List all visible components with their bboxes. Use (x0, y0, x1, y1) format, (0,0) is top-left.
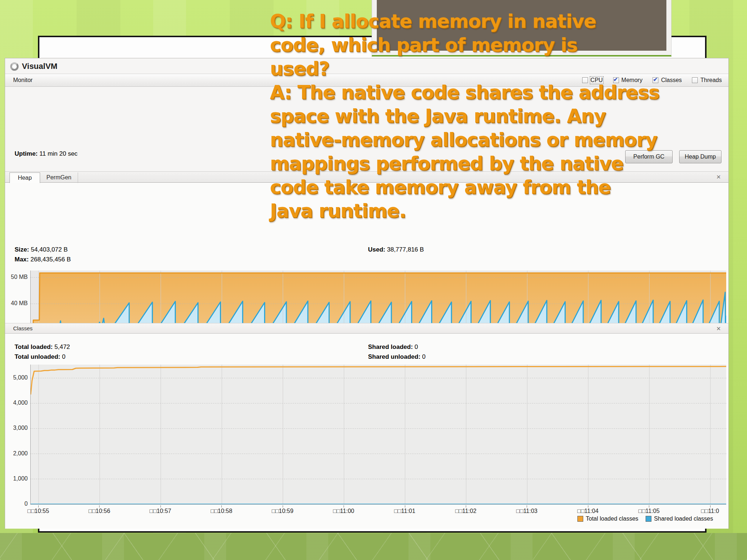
shared-loaded-value: 0 (415, 343, 418, 350)
heap-max-stat: Max: 268,435,456 B (15, 256, 71, 263)
window-title: VisualVM (22, 62, 57, 71)
overlay-text-line: code take memory away from the (270, 175, 678, 199)
y-axis-tick-label: 1,000 (13, 475, 28, 482)
x-axis-tick-label: □□11:03 (501, 508, 552, 514)
x-axis-tick-label: □□10:56 (74, 508, 125, 514)
y-axis-tick-label: 4,000 (13, 400, 28, 406)
heap-dump-button[interactable]: Heap Dump (679, 150, 721, 163)
uptime-value: 11 min 20 sec (39, 150, 78, 157)
legend-label: Total loaded classes (586, 516, 638, 522)
slide: VisualVM Monitor CPU✔Memory✔ClassesThrea… (0, 0, 747, 560)
heap-max-value: 268,435,456 B (30, 256, 71, 263)
total-loaded-label: Total loaded: (15, 343, 53, 350)
total-unloaded-stat: Total unloaded: 0 (15, 353, 66, 361)
checkbox-unchecked-icon[interactable] (692, 77, 698, 83)
y-axis-tick-label: 3,000 (13, 425, 28, 431)
visualvm-logo-icon (10, 62, 19, 71)
overlay-text-line: A: The native code shares the address (270, 81, 678, 104)
shared-loaded-label: Shared loaded: (368, 343, 413, 350)
heap-size-value: 54,403,072 B (31, 246, 67, 253)
checkbox-threads[interactable]: Threads (692, 77, 722, 83)
y-axis-tick-label: 2,000 (13, 450, 28, 457)
overlay-text-line: Java runtime. (270, 199, 678, 223)
x-axis-tick-label: □□11:01 (379, 508, 430, 514)
slide-bottom-band (0, 533, 747, 560)
x-axis-tick-label: □□11:00 (318, 508, 369, 514)
y-axis-tick-label: 40 MB (11, 300, 28, 307)
checkbox-label[interactable]: Threads (700, 77, 722, 83)
shared-unloaded-stat: Shared unloaded: 0 (368, 353, 426, 361)
classes-panel-title: Classes (13, 323, 32, 333)
x-axis-tick (405, 505, 405, 508)
heap-used-stat: Used: 38,777,816 B (368, 246, 424, 253)
x-axis-tick (160, 505, 161, 508)
x-axis-tick (649, 505, 649, 508)
total-unloaded-value: 0 (62, 353, 65, 360)
x-axis-tick-label: □□11:02 (440, 508, 491, 514)
x-axis-tick (99, 505, 100, 508)
x-axis-tick-label: □□11:04 (562, 508, 614, 514)
overlay-text-line: used? (270, 57, 678, 81)
total-loaded-value: 5,472 (54, 343, 70, 350)
close-icon[interactable]: × (715, 325, 723, 333)
window-title-row: VisualVM (10, 61, 57, 72)
tab-permgen[interactable]: PermGen (40, 172, 78, 183)
shared-unloaded-value: 0 (422, 353, 425, 360)
total-loaded-stat: Total loaded: 5,472 (15, 343, 70, 351)
overlay-text-line: code, which part of memory is (270, 33, 678, 57)
x-axis-tick (527, 505, 527, 508)
classes-header: Classes × (5, 323, 728, 334)
x-axis-tick (221, 505, 222, 508)
overlay-text-line: Q: If I allocate memory in native (270, 9, 678, 33)
tab-heap[interactable]: Heap (9, 172, 40, 183)
classes-legend: Total loaded classesShared loaded classe… (577, 516, 713, 522)
y-axis-tick-label: 0 (24, 501, 28, 507)
overlay-text-line: mappings performed by the native (270, 152, 678, 175)
x-axis-tick (466, 505, 466, 508)
uptime-row: Uptime: 11 min 20 sec (15, 150, 78, 158)
classes-x-axis-labels: □□10:55□□10:56□□10:57□□10:58□□10:59□□11:… (30, 505, 726, 515)
classes-panel: Classes × Total loaded: 5,472 Total unlo… (5, 323, 728, 529)
total-unloaded-label: Total unloaded: (15, 353, 60, 360)
x-axis-tick-label: □□11:0 (685, 508, 736, 514)
y-axis-tick-label: 50 MB (11, 274, 28, 280)
heap-size-stat: Size: 54,403,072 B (15, 246, 68, 253)
legend-item: Total loaded classes (577, 516, 638, 522)
heap-size-label: Size: (15, 246, 29, 253)
heap-used-label: Used: (368, 246, 385, 253)
shared-unloaded-label: Shared unloaded: (368, 353, 421, 360)
y-axis-tick-label: 5,000 (13, 374, 28, 381)
x-axis-tick-label: □□10:59 (257, 508, 308, 514)
x-axis-tick-label: □□11:05 (623, 508, 674, 514)
legend-item: Shared loaded classes (646, 516, 713, 522)
shared-loaded-stat: Shared loaded: 0 (368, 343, 418, 351)
overlay-text-line: native-memory allocations or memory (270, 128, 678, 152)
qa-overlay-text: Q: If I allocate memory in nativecode, w… (270, 9, 678, 223)
x-axis-tick-label: □□10:58 (196, 508, 247, 514)
x-axis-tick (710, 505, 711, 508)
uptime-label: Uptime: (15, 150, 38, 157)
tab-monitor[interactable]: Monitor (13, 77, 32, 83)
classes-chart (30, 365, 726, 505)
heap-used-value: 38,777,816 B (387, 246, 424, 253)
legend-swatch-icon (577, 516, 583, 522)
x-axis-tick (38, 505, 39, 508)
x-axis-tick-label: □□10:55 (13, 508, 64, 514)
close-icon[interactable]: × (715, 173, 723, 181)
x-axis-tick (588, 505, 588, 508)
heap-max-label: Max: (15, 256, 29, 263)
classes-y-axis-labels: 01,0002,0003,0004,0005,000 (5, 365, 28, 504)
x-axis-tick (344, 505, 344, 508)
x-axis-tick-label: □□10:57 (135, 508, 186, 514)
legend-label: Shared loaded classes (654, 516, 713, 522)
legend-swatch-icon (646, 516, 651, 522)
x-axis-tick (283, 505, 283, 508)
overlay-text-line: space with the Java runtime. Any (270, 104, 678, 128)
